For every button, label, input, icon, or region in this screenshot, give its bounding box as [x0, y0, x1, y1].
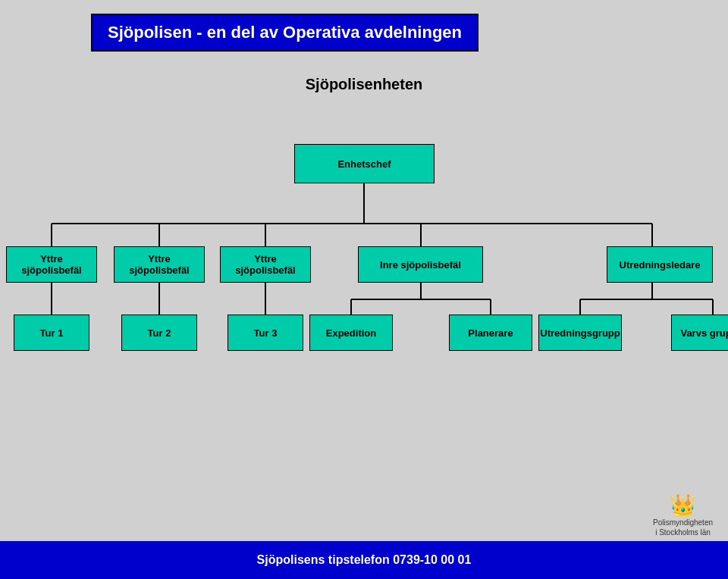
footer: Sjöpolisens tipstelefon 0739-10 00 01 [0, 541, 728, 579]
box-expedition: Expedition [309, 315, 393, 351]
police-org-text: Polismyndigheten i Stockholms län [653, 518, 713, 537]
box-planerare: Planerare [449, 315, 532, 351]
title-bar: Sjöpolisen - en del av Operativa avdelni… [91, 14, 479, 52]
box-yttre3: Yttre sjöpolisbefäl [220, 246, 311, 283]
box-inre: Inre sjöpolisbefäl [358, 246, 483, 283]
box-tur2: Tur 2 [121, 315, 197, 351]
org-chart: Enhetschef Yttre sjöpolisbefäl Yttre sjö… [0, 99, 728, 534]
box-tur3: Tur 3 [228, 315, 303, 351]
box-enhetschef: Enhetschef [294, 144, 435, 183]
box-utredningsledare: Utredningsledare [607, 246, 713, 283]
crown-icon: 👑 [653, 493, 713, 518]
box-tur1: Tur 1 [14, 315, 89, 351]
box-utredningsgrupp: Utredningsgrupp [538, 315, 622, 351]
police-logo: 👑 Polismyndigheten i Stockholms län [653, 493, 713, 537]
footer-text: Sjöpolisens tipstelefon 0739-10 00 01 [257, 553, 472, 567]
box-yttre2: Yttre sjöpolisbefäl [114, 246, 205, 283]
unit-header: Sjöpolisenheten [0, 76, 728, 93]
title-text: Sjöpolisen - en del av Operativa avdelni… [108, 23, 462, 42]
box-varvs-grupp: Varvs grupp [671, 315, 728, 351]
unit-header-text: Sjöpolisenheten [306, 76, 422, 92]
box-yttre1: Yttre sjöpolisbefäl [6, 246, 97, 283]
